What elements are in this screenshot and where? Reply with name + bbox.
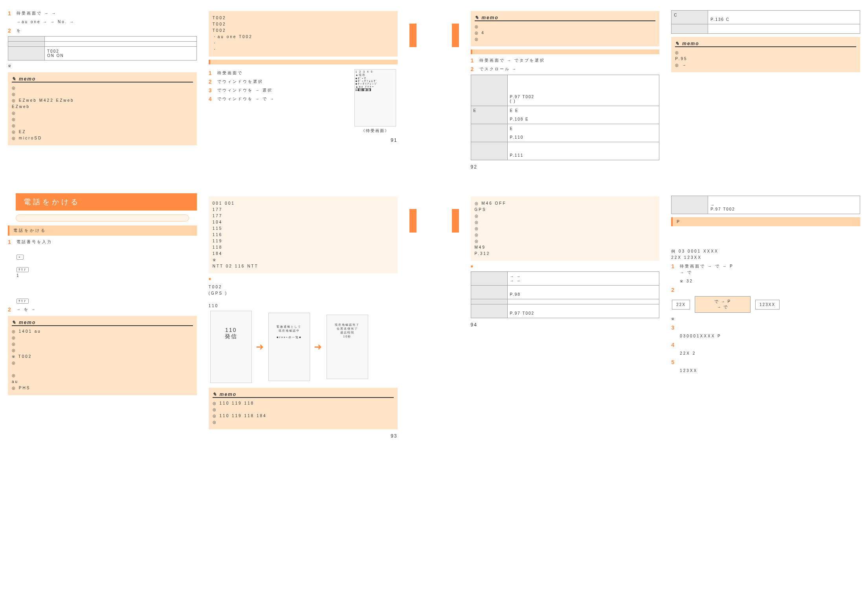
arrow-icon: ➜ bbox=[256, 341, 264, 352]
step-5: 5 bbox=[671, 359, 860, 365]
info-box: T002 T002 T002 ・au one T002 ・ ・ bbox=[209, 11, 398, 57]
step-1-note: ※ 32 bbox=[680, 278, 860, 284]
step-4: 4でウィンドウを → で → bbox=[209, 96, 349, 102]
memo-box: memo ◎ P.95 ◎ → bbox=[671, 37, 860, 72]
box-note: ※ bbox=[671, 316, 860, 322]
step-3-text: 030001XXXX P bbox=[680, 333, 860, 339]
step-3: 3でウィンドウを → 選択 bbox=[209, 87, 349, 93]
step-2: 2を bbox=[8, 27, 197, 34]
step-4: 4 bbox=[671, 342, 860, 348]
section-title: P bbox=[671, 217, 860, 226]
memo-box: memo ◎ 110 119 118 ◎ ◎ 110 119 118 184 ◎ bbox=[209, 388, 398, 429]
side-tab bbox=[409, 24, 417, 47]
memo-header: memo bbox=[12, 320, 193, 326]
example-text: 例 03 0001 XXXX 22X 123XX bbox=[671, 229, 860, 261]
memo-header: memo bbox=[675, 41, 856, 47]
section-title: 電話をかける bbox=[8, 225, 197, 236]
sub-header bbox=[16, 214, 189, 222]
step-5-text: 123XX bbox=[680, 368, 860, 374]
memo-header: memo bbox=[12, 76, 193, 82]
step-4-text: 22X 2 bbox=[680, 350, 860, 357]
side-tab bbox=[452, 24, 459, 47]
page-number: 94 bbox=[471, 322, 660, 328]
step-2: 2でスクロール → bbox=[471, 66, 660, 72]
memo-cont: ◎ M46 OFF GPS ◎ ◎ ◎ ◎ ◎ M49 P.312 bbox=[471, 196, 660, 261]
side-tab bbox=[452, 209, 459, 233]
section-title bbox=[209, 60, 398, 64]
step-1: 1待受画面で bbox=[209, 70, 349, 76]
memo-box: memo ◎ ◎ 4 ◎ bbox=[471, 11, 660, 46]
step-2: 2でウィンドウを選択 bbox=[209, 79, 349, 85]
arrow-icon: ➜ bbox=[314, 341, 323, 352]
screen-caption: 《待受画面》 bbox=[353, 128, 398, 134]
chapter-header: 電話をかける bbox=[16, 193, 197, 211]
step-1: 1待受画面で → でタブを選択 bbox=[471, 57, 660, 64]
step-1: 1待受画面で → で → P → で bbox=[671, 263, 860, 276]
tab-table: P.97 T002 ( ) EE E P.108 E E P.110 P.111 bbox=[471, 75, 660, 160]
small-title bbox=[471, 264, 660, 268]
section-title bbox=[471, 49, 660, 54]
step-1: 1待受画面で → → bbox=[8, 10, 197, 16]
step-1-text: × ｸﾘｱ 1 ｸﾘｱ bbox=[17, 247, 197, 304]
side-tab bbox=[409, 209, 417, 233]
step-2: 2→ を → bbox=[8, 306, 197, 313]
memo-header: memo bbox=[213, 392, 394, 398]
dial-boxes: 22X で → P → で 123XX bbox=[671, 295, 860, 313]
number-list: 001 001 177 177 104 115 116 119 118 184 … bbox=[209, 196, 398, 273]
action-table-cont: → P.97 T002 bbox=[671, 196, 860, 214]
page-number: 92 bbox=[471, 164, 660, 170]
small-title bbox=[209, 277, 398, 281]
step-1-cont: →au one → → No. → bbox=[17, 19, 197, 25]
table-note: ※ bbox=[8, 63, 197, 69]
phone-screen: 1 2 3 4 5▲現在■ﾃﾞｰﾀ■ﾃﾞｰﾀﾌｫﾙﾀﾞ■ｹｰﾀｲｱﾚﾝｼﾞ▲au… bbox=[354, 69, 396, 126]
memo-header: memo bbox=[475, 15, 656, 21]
screen-flow: 110 発信 ➜ 緊急通報として 現在地確認中 ■ﾒﾆｭｰの一覧■ ➜ 現在地確… bbox=[209, 309, 398, 385]
action-table: → → → → P.98 P.97 T002 bbox=[471, 271, 660, 318]
step-1: 1電話番号を入力 bbox=[8, 239, 197, 245]
memo-box: memo ◎ ◎ ◎ EZweb M422 EZweb EZweb ◎ ◎ ◎ … bbox=[8, 72, 197, 145]
tab-table-cont: C P.136 C bbox=[671, 10, 860, 34]
gps-text: T002 (GPS ) 110 bbox=[209, 284, 398, 309]
memo-box: memo ◎ 1401 au ◎ ◎ ◎ ※ T002 ◎ ◎ au ◎ PHS bbox=[8, 316, 197, 395]
page-number: 93 bbox=[209, 433, 398, 439]
step-3: 3 bbox=[671, 324, 860, 331]
page-number: 91 bbox=[209, 137, 398, 143]
settings-table: T002 ON ON bbox=[8, 36, 197, 60]
step-2: 2 bbox=[671, 287, 860, 293]
